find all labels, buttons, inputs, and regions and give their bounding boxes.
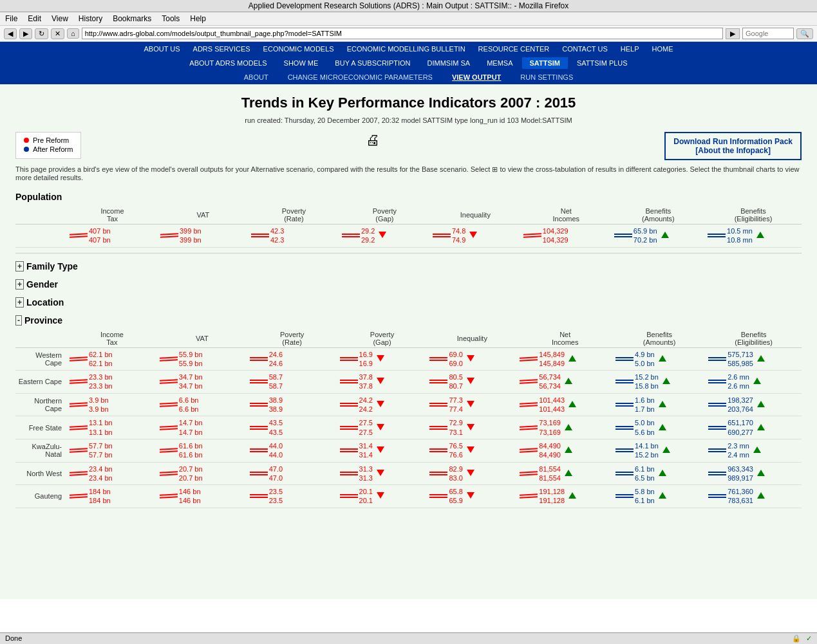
prov-cell[interactable]: 76.5 76.6	[427, 439, 517, 462]
prov-cell[interactable]: 145,849 145,849	[517, 347, 613, 371]
prov-cell[interactable]: 31.4 31.4	[337, 439, 427, 462]
prov-cell[interactable]: 73,169 73,169	[517, 416, 613, 439]
prov-cell-blue[interactable]: 6.1 bn 6.5 bn	[613, 462, 706, 485]
prov-cell-blue[interactable]: 651,170 690,277	[706, 416, 802, 439]
prov-cell-blue[interactable]: 2.6 mn 2.6 mn	[706, 371, 802, 394]
infopack-link[interactable]: [About the Infopack]	[695, 146, 771, 155]
family-type-header[interactable]: + Family Type	[15, 261, 802, 271]
prov-cell[interactable]: 47.0 47.0	[247, 462, 337, 485]
prov-cell[interactable]: 3.9 bn 3.9 bn	[67, 393, 157, 416]
prov-cell-blue[interactable]: 14.1 bn 15.2 bn	[613, 439, 706, 462]
menu-bookmarks[interactable]: Bookmarks	[113, 14, 151, 23]
prov-cell[interactable]: 14.7 bn 14.7 bn	[157, 416, 247, 439]
prov-cell[interactable]: 31.3 31.3	[337, 462, 427, 485]
nav-about-adrs[interactable]: ABOUT ADRS MODELS	[182, 57, 274, 69]
prov-cell-blue[interactable]: 5.0 bn 5.6 bn	[613, 416, 706, 439]
prov-cell-blue[interactable]: 575,713 585,985	[706, 347, 802, 371]
prov-cell[interactable]: 6.6 bn 6.6 bn	[157, 393, 247, 416]
menu-help[interactable]: Help	[190, 14, 206, 23]
prov-cell[interactable]: 69.0 69.0	[427, 347, 517, 371]
nav-about-us[interactable]: ABOUT US	[138, 43, 187, 55]
prov-cell-blue[interactable]: 761,360 783,631	[706, 485, 802, 508]
pop-vat[interactable]: 399 bn 399 bn	[158, 225, 249, 248]
prov-cell[interactable]: 57.7 bn 57.7 bn	[67, 439, 157, 462]
pop-income-tax[interactable]: 407 bn 407 bn	[67, 225, 158, 248]
nav-show-me[interactable]: SHOW ME	[276, 57, 326, 69]
prov-cell[interactable]: 184 bn 184 bn	[67, 485, 157, 508]
prov-cell[interactable]: 37.8 37.8	[337, 371, 427, 394]
nav-resource[interactable]: RESOURCE CENTER	[472, 43, 556, 55]
prov-cell[interactable]: 80.5 80.7	[427, 371, 517, 394]
prov-cell[interactable]: 44.0 44.0	[247, 439, 337, 462]
gender-expand[interactable]: +	[15, 279, 24, 290]
back-button[interactable]: ◀	[4, 28, 17, 39]
prov-cell[interactable]: 146 bn 146 bn	[157, 485, 247, 508]
prov-cell[interactable]: 34.7 bn 34.7 bn	[157, 371, 247, 394]
gender-header[interactable]: + Gender	[15, 279, 802, 290]
prov-cell[interactable]: 23.4 bn 23.4 bn	[67, 462, 157, 485]
search-button[interactable]: 🔍	[796, 28, 813, 39]
menu-file[interactable]: File	[5, 14, 17, 23]
go-button[interactable]: ▶	[726, 28, 740, 39]
prov-cell-blue[interactable]: 1.6 bn 1.7 bn	[613, 393, 706, 416]
prov-cell[interactable]: 62.1 bn 62.1 bn	[67, 347, 157, 371]
pop-inequality[interactable]: 74.8 74.9	[430, 225, 521, 248]
refresh-button[interactable]: ↻	[35, 28, 48, 39]
nav-sub-run-settings[interactable]: RUN SETTINGS	[511, 71, 582, 83]
search-input[interactable]	[742, 28, 794, 39]
prov-cell[interactable]: 38.9 38.9	[247, 393, 337, 416]
menu-history[interactable]: History	[79, 14, 102, 23]
download-link[interactable]: Download Run Information Pack	[673, 137, 793, 146]
location-header[interactable]: + Location	[15, 297, 802, 308]
nav-sub-params[interactable]: CHANGE MICROECONOMIC PARAMETERS	[279, 71, 442, 83]
prov-cell[interactable]: 43.5 43.5	[247, 416, 337, 439]
prov-cell-blue[interactable]: 15.2 bn 15.8 bn	[613, 371, 706, 394]
pop-poverty-gap[interactable]: 29.2 29.2	[339, 225, 430, 248]
stop-button[interactable]: ✕	[51, 28, 64, 39]
prov-cell-blue[interactable]: 4.9 bn 5.0 bn	[613, 347, 706, 371]
province-header[interactable]: - Province	[15, 315, 802, 326]
prov-cell[interactable]: 20.7 bn 20.7 bn	[157, 462, 247, 485]
pop-benefits-elig[interactable]: 10.5 mn 10.8 mn	[705, 225, 802, 248]
nav-sub-view-output[interactable]: VIEW OUTPUT	[443, 71, 510, 83]
pop-benefits-amounts[interactable]: 65.9 bn 70.2 bn	[612, 225, 705, 248]
prov-cell[interactable]: 20.1 20.1	[337, 485, 427, 508]
nav-buy[interactable]: BUY A SUBSCRIPTION	[327, 57, 418, 69]
prov-cell[interactable]: 84,490 84,490	[517, 439, 613, 462]
nav-sattsim[interactable]: SATTSIM	[522, 57, 568, 69]
province-expand[interactable]: -	[15, 315, 22, 326]
location-expand[interactable]: +	[15, 297, 24, 308]
prov-cell-blue[interactable]: 2.3 mn 2.4 mn	[706, 439, 802, 462]
prov-cell[interactable]: 61.6 bn 61.6 bn	[157, 439, 247, 462]
nav-memsa[interactable]: MEMSA	[479, 57, 520, 69]
prov-cell[interactable]: 13.1 bn 13.1 bn	[67, 416, 157, 439]
nav-bulletin[interactable]: ECONOMIC MODELLING BULLETIN	[341, 43, 472, 55]
prov-cell[interactable]: 23.5 23.5	[247, 485, 337, 508]
prov-cell[interactable]: 65.8 65.9	[427, 485, 517, 508]
address-input[interactable]	[82, 28, 723, 39]
menu-edit[interactable]: Edit	[28, 14, 41, 23]
nav-economic-models[interactable]: ECONOMIC MODELS	[257, 43, 341, 55]
prov-cell-blue[interactable]: 198,327 203,764	[706, 393, 802, 416]
menu-view[interactable]: View	[52, 14, 68, 23]
forward-button[interactable]: ▶	[19, 28, 32, 39]
prov-cell[interactable]: 27.5 27.5	[337, 416, 427, 439]
nav-home[interactable]: HOME	[645, 43, 679, 55]
prov-cell[interactable]: 191,128 191,128	[517, 485, 613, 508]
prov-cell[interactable]: 23.3 bn 23.3 bn	[67, 371, 157, 394]
prov-cell[interactable]: 24.6 24.6	[247, 347, 337, 371]
prov-cell-blue[interactable]: 5.8 bn 6.1 bn	[613, 485, 706, 508]
prov-cell-blue[interactable]: 963,343 989,917	[706, 462, 802, 485]
prov-cell[interactable]: 82.9 83.0	[427, 462, 517, 485]
nav-sattsim-plus[interactable]: SATTSIM PLUS	[569, 57, 635, 69]
prov-cell[interactable]: 101,443 101,443	[517, 393, 613, 416]
prov-cell[interactable]: 77.3 77.4	[427, 393, 517, 416]
print-icon[interactable]: 🖨	[366, 132, 380, 148]
prov-cell[interactable]: 56,734 56,734	[517, 371, 613, 394]
prov-cell[interactable]: 81,554 81,554	[517, 462, 613, 485]
nav-help[interactable]: HELP	[614, 43, 646, 55]
prov-cell[interactable]: 58.7 58.7	[247, 371, 337, 394]
prov-cell[interactable]: 24.2 24.2	[337, 393, 427, 416]
prov-cell[interactable]: 72.9 73.1	[427, 416, 517, 439]
nav-dimmsim[interactable]: DIMMSIM SA	[420, 57, 478, 69]
